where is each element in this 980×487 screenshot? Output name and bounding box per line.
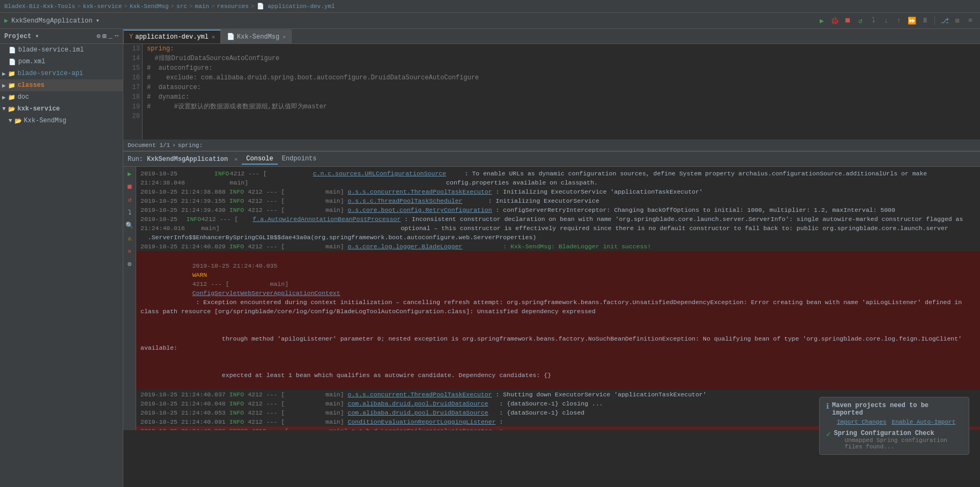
sidebar-item-kxk-service[interactable]: ▼ 📂 kxk-service bbox=[0, 103, 123, 115]
debug-button[interactable]: 🐞 bbox=[829, 16, 840, 26]
info-icon: ℹ bbox=[826, 402, 829, 411]
sidebar-item-blade-service-api[interactable]: ▶ 📁 blade-service-api bbox=[0, 68, 123, 79]
breadcrumb-item-1[interactable]: BladeX-Biz-Kxk-Tools bbox=[4, 3, 75, 10]
line-num-16: 16 bbox=[123, 73, 140, 83]
import-changes-link[interactable]: Import Changes bbox=[837, 419, 886, 425]
breadcrumb-item-4[interactable]: src bbox=[176, 3, 187, 10]
resume-button[interactable]: ⏩ bbox=[907, 16, 917, 26]
breadcrumb-item-6[interactable]: resources bbox=[217, 3, 249, 10]
layout-icon[interactable]: ⊞ bbox=[102, 32, 106, 40]
sep-5: > bbox=[211, 3, 215, 10]
run-rerun-icon[interactable]: ↺ bbox=[125, 195, 135, 204]
stop-button[interactable]: ⏹ bbox=[842, 16, 853, 26]
class-link-8[interactable]: o.s.s.concurrent.ThreadPoolTaskExecutor bbox=[348, 390, 492, 399]
sep-2: > bbox=[124, 3, 128, 10]
folder-kxk-icon: 📂 bbox=[8, 106, 16, 113]
run-start-icon[interactable]: ▶ bbox=[125, 169, 135, 179]
breadcrumb-item-2[interactable]: kxk-service bbox=[83, 3, 122, 10]
run-config-icon: ▶ bbox=[4, 17, 8, 25]
spring-notif-sub: Unmapped Spring configuration files foun… bbox=[844, 437, 962, 450]
code-line-19: # #设置默认的数据源或者数据源组,默认值即为master bbox=[147, 102, 976, 112]
folder-color-icon: 📁 bbox=[8, 70, 16, 77]
gear-icon[interactable]: ⚙ bbox=[96, 32, 100, 40]
sidebar-item-doc[interactable]: ▶ 📁 doc bbox=[0, 91, 123, 103]
line-num-20: 20 bbox=[123, 112, 140, 121]
run-error-icon[interactable]: ✕ bbox=[125, 246, 135, 256]
run-scroll-icon[interactable]: ⤵ bbox=[125, 208, 135, 217]
sidebar-item-pom[interactable]: 📄 pom.xml bbox=[0, 56, 123, 68]
pause-button[interactable]: ⏸ bbox=[919, 16, 930, 26]
class-link-6[interactable]: o.s.core.log.logger.BladeLogger bbox=[348, 242, 463, 251]
spring-notif-title: Spring Configuration Check bbox=[834, 430, 962, 437]
structure-button[interactable]: ≡ bbox=[965, 16, 976, 26]
breadcrumb-sep: › bbox=[172, 142, 176, 149]
tab-label-yaml: application-dev.yml bbox=[135, 33, 209, 41]
breadcrumb-item-7[interactable]: 📄 application-dev.yml bbox=[257, 3, 335, 10]
stepin-button[interactable]: ↓ bbox=[881, 16, 892, 26]
line-num-13: 13 bbox=[123, 44, 140, 54]
code-content[interactable]: spring: #排除DruidDataSourceAutoConfigure … bbox=[143, 44, 980, 139]
class-link-1[interactable]: c.n.c.sources.URLConfigurationSource bbox=[313, 169, 446, 187]
class-link-9[interactable]: com.alibaba.druid.pool.DruidDataSource bbox=[348, 399, 488, 408]
run-close-button[interactable]: ✕ bbox=[234, 156, 237, 163]
tab-endpoints[interactable]: Endpoints bbox=[278, 154, 321, 165]
expand-icon[interactable]: ↔ bbox=[115, 32, 118, 40]
sidebar-header-icons: ⚙ ⊞ _ ↔ bbox=[96, 32, 118, 40]
breadcrumb-item-3[interactable]: Kxk-SendMsg bbox=[130, 3, 169, 10]
sidebar-item-blade-service-iml[interactable]: 📄 blade-service.iml bbox=[0, 44, 123, 56]
class-link-autowired[interactable]: f.a.AutowiredAnnotationBeanPostProcessor bbox=[253, 215, 400, 233]
editor-area: 13 14 15 16 17 18 19 20 spring: #排除Druid… bbox=[123, 44, 980, 151]
run-panel-tabs: Console Endpoints bbox=[242, 154, 321, 165]
run-settings-icon[interactable]: ⚙ bbox=[125, 259, 135, 269]
class-link-10[interactable]: com.alibaba.druid.pool.DruidDataSource bbox=[348, 408, 488, 417]
sidebar-item-kxk-sendmsg-label: Kxk-SendMsg bbox=[24, 117, 66, 124]
vcs-button[interactable]: ⎇ bbox=[939, 16, 950, 26]
run-config-dropdown[interactable]: ▾ bbox=[95, 17, 99, 25]
log-line-7: 2019-10-25 21:24:40.035 WARN 4212 --- [ … bbox=[136, 251, 980, 390]
sep-1: > bbox=[77, 3, 81, 10]
minimize-icon[interactable]: _ bbox=[109, 32, 113, 40]
folder-classes-icon: 📁 bbox=[8, 82, 16, 89]
sidebar-item-label: classes bbox=[18, 82, 44, 89]
sidebar-item-kxk-sendmsg[interactable]: ▼ 📂 Kxk-SendMsg bbox=[0, 115, 123, 127]
class-link-4[interactable]: o.s.core.boot.config.RetryConfiguration bbox=[348, 205, 492, 215]
maven-notif-title: Maven projects need to be imported bbox=[832, 402, 962, 417]
spring-notif-content: Spring Configuration Check Unmapped Spri… bbox=[834, 430, 962, 450]
run-console-content[interactable]: 2019-10-25 21:24:38.048 INFO 4212 --- [ … bbox=[136, 167, 980, 430]
tab-close-yaml[interactable]: ✕ bbox=[212, 34, 215, 40]
sep-4: > bbox=[189, 3, 193, 10]
tab-application-dev-yml[interactable]: Y application-dev.yml ✕ bbox=[123, 29, 221, 43]
run-panel-header: Run: KxkSendMsgApplication ✕ Console End… bbox=[123, 152, 980, 167]
tab-kxk-sendmsg[interactable]: 📄 Kxk-SendMsg ✕ bbox=[221, 29, 292, 43]
run-stop-icon[interactable]: ⏹ bbox=[125, 182, 135, 191]
rerun-button[interactable]: ↺ bbox=[855, 16, 866, 26]
code-line-15: # autoconfigure: bbox=[147, 63, 976, 73]
code-block: 13 14 15 16 17 18 19 20 spring: #排除Druid… bbox=[123, 44, 980, 139]
class-link-logging-failure[interactable]: o.s.b.d.LoggingFailureAnalysisReporter bbox=[351, 426, 492, 430]
class-link-7[interactable]: ConfigServletWebServerApplicationContext bbox=[192, 290, 340, 297]
breadcrumb-item-5[interactable]: main bbox=[195, 3, 209, 10]
line-num-14: 14 bbox=[123, 54, 140, 63]
line-num-19: 19 bbox=[123, 102, 140, 112]
tab-close-sendmsg[interactable]: ✕ bbox=[283, 34, 286, 40]
log-line-7-cont2: expected at least 1 bean which qualifies… bbox=[140, 361, 976, 389]
tab-console[interactable]: Console bbox=[242, 154, 277, 165]
stepover-button[interactable]: ⤵ bbox=[868, 16, 879, 26]
run-panel-label: Run: KxkSendMsgApplication bbox=[128, 156, 228, 163]
line-num-17: 17 bbox=[123, 83, 140, 92]
stepout-button[interactable]: ↑ bbox=[894, 16, 904, 26]
pom-icon: 📄 bbox=[9, 58, 16, 65]
run-warning-icon[interactable]: ⚠ bbox=[125, 233, 135, 243]
log-line-7-cont1: through method 'apilogListener' paramete… bbox=[140, 325, 976, 361]
class-link-3[interactable]: o.s.s.c.ThreadPoolTaskScheduler bbox=[348, 196, 463, 205]
editor-tabs: Y application-dev.yml ✕ 📄 Kxk-SendMsg ✕ bbox=[123, 29, 980, 44]
code-line-17: # datasource: bbox=[147, 83, 976, 92]
class-link-11[interactable]: ConditionEvaluationReportLoggingListener bbox=[348, 417, 496, 426]
run-layout: ▶ ⏹ ↺ ⤵ 🔍 ⚠ ✕ ⚙ 2019-10-25 21:24:38.048 … bbox=[123, 167, 980, 430]
run-button[interactable]: ▶ bbox=[816, 16, 827, 26]
sidebar-item-classes[interactable]: ▶ 📁 classes bbox=[0, 79, 123, 91]
terminal-button[interactable]: ⊞ bbox=[952, 16, 963, 26]
run-filter-icon[interactable]: 🔍 bbox=[125, 220, 135, 230]
enable-auto-import-link[interactable]: Enable Auto-Import bbox=[892, 419, 955, 425]
class-link-2[interactable]: o.s.s.concurrent.ThreadPoolTaskExecutor bbox=[348, 187, 492, 196]
